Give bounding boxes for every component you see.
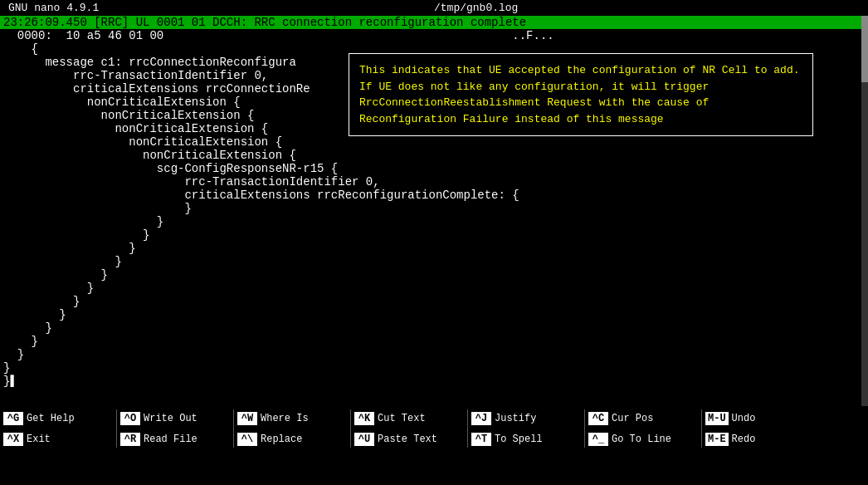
scrollbar[interactable] <box>861 16 868 406</box>
code-line: rrc-TransactionIdentifier 0, <box>0 175 868 189</box>
shortcut-label-4-0: Justify <box>495 413 536 424</box>
bottom-section-0: ^GGet Help^XExit <box>0 406 116 451</box>
code-area: 23:26:09.450 [RRC] UL 0001 01 DCCH: RRC … <box>0 16 868 406</box>
code-line: } <box>0 295 868 308</box>
shortcut-key-5-0: ^C <box>588 412 608 425</box>
shortcut-label-5-1: Go To Line <box>612 434 671 445</box>
shortcut-label-3-1: Paste Text <box>378 434 437 445</box>
title-right <box>853 2 860 14</box>
bottom-row-1-1[interactable]: ^RRead File <box>117 429 233 449</box>
code-line: scg-ConfigResponseNR-r15 { <box>0 162 868 175</box>
bottom-row-0-1[interactable]: ^XExit <box>0 429 116 449</box>
shortcut-key-1-1: ^R <box>120 433 140 446</box>
bottom-row-2-0[interactable]: ^WWhere Is <box>234 408 350 429</box>
bottom-section-5: ^CCur Pos^_Go To Line <box>585 406 701 451</box>
shortcut-key-2-1: ^\ <box>237 433 257 446</box>
code-line: } <box>0 308 868 321</box>
code-line: } <box>0 255 868 268</box>
shortcut-key-5-1: ^_ <box>588 433 608 446</box>
shortcut-key-4-0: ^J <box>471 412 491 425</box>
shortcut-key-2-0: ^W <box>237 412 257 425</box>
shortcut-label-0-1: Exit <box>27 434 51 445</box>
bottom-section-4: ^JJustify^TTo Spell <box>468 406 584 451</box>
code-line: } <box>0 321 868 335</box>
shortcut-key-1-0: ^O <box>120 412 140 425</box>
shortcut-key-3-1: ^U <box>354 433 374 446</box>
highlighted-line: 23:26:09.450 [RRC] UL 0001 01 DCCH: RRC … <box>0 16 868 29</box>
code-line: nonCriticalExtension { <box>0 135 868 149</box>
bottom-row-6-0[interactable]: M-UUndo <box>702 408 818 429</box>
code-line: } <box>0 202 868 215</box>
bottom-section-3: ^KCut Text^UPaste Text <box>351 406 467 451</box>
code-line: }▌ <box>0 375 868 388</box>
title-left: GNU nano 4.9.1 <box>8 2 99 14</box>
bottom-row-5-0[interactable]: ^CCur Pos <box>585 408 701 429</box>
bottom-row-3-1[interactable]: ^UPaste Text <box>351 429 467 449</box>
shortcut-key-6-1: M-E <box>705 433 729 446</box>
bottom-bar: ^GGet Help^XExit^OWrite Out^RRead File^W… <box>0 406 868 451</box>
bottom-row-2-1[interactable]: ^\Replace <box>234 429 350 449</box>
shortcut-label-2-0: Where Is <box>261 413 309 424</box>
code-line: } <box>0 335 868 348</box>
shortcut-label-5-0: Cur Pos <box>612 413 653 424</box>
code-line: 0000: 10 a5 46 01 00 ..F... <box>0 29 868 42</box>
shortcut-label-6-1: Redo <box>732 434 756 445</box>
code-line: } <box>0 228 868 242</box>
scrollbar-thumb[interactable] <box>861 16 868 82</box>
code-line: nonCriticalExtension { <box>0 149 868 162</box>
bottom-row-3-0[interactable]: ^KCut Text <box>351 408 467 429</box>
title-bar: GNU nano 4.9.1 /tmp/gnb0.log <box>0 0 868 16</box>
shortcut-label-4-1: To Spell <box>495 434 543 445</box>
bottom-row-5-1[interactable]: ^_Go To Line <box>585 429 701 449</box>
bottom-section-6: M-UUndoM-ERedo <box>702 406 818 451</box>
tooltip: This indicates that UE accepted the conf… <box>349 53 813 136</box>
shortcut-label-6-0: Undo <box>732 413 756 424</box>
bottom-section-2: ^WWhere Is^\Replace <box>234 406 350 451</box>
bottom-row-0-0[interactable]: ^GGet Help <box>0 408 116 429</box>
tooltip-text: This indicates that UE accepted the conf… <box>359 64 800 125</box>
bottom-row-4-1[interactable]: ^TTo Spell <box>468 429 584 449</box>
shortcut-key-4-1: ^T <box>471 433 491 446</box>
bottom-row-1-0[interactable]: ^OWrite Out <box>117 408 233 429</box>
shortcut-label-1-1: Read File <box>144 434 197 445</box>
shortcut-key-6-0: M-U <box>705 412 729 425</box>
code-line: } <box>0 361 868 375</box>
code-line: } <box>0 268 868 282</box>
shortcut-key-0-0: ^G <box>3 412 23 425</box>
shortcut-label-2-1: Replace <box>261 434 302 445</box>
shortcut-label-3-0: Cut Text <box>378 413 426 424</box>
bottom-row-4-0[interactable]: ^JJustify <box>468 408 584 429</box>
title-center: /tmp/gnb0.log <box>99 2 853 14</box>
code-line: criticalExtensions rrcReconfigurationCom… <box>0 189 868 202</box>
code-line: } <box>0 242 868 255</box>
shortcut-label-1-0: Write Out <box>144 413 197 424</box>
code-line: } <box>0 215 868 228</box>
bottom-row-6-1[interactable]: M-ERedo <box>702 429 818 449</box>
shortcut-key-3-0: ^K <box>354 412 374 425</box>
code-line: } <box>0 348 868 361</box>
shortcut-key-0-1: ^X <box>3 433 23 446</box>
code-line: } <box>0 282 868 295</box>
shortcut-label-0-0: Get Help <box>27 413 75 424</box>
bottom-section-1: ^OWrite Out^RRead File <box>117 406 233 451</box>
